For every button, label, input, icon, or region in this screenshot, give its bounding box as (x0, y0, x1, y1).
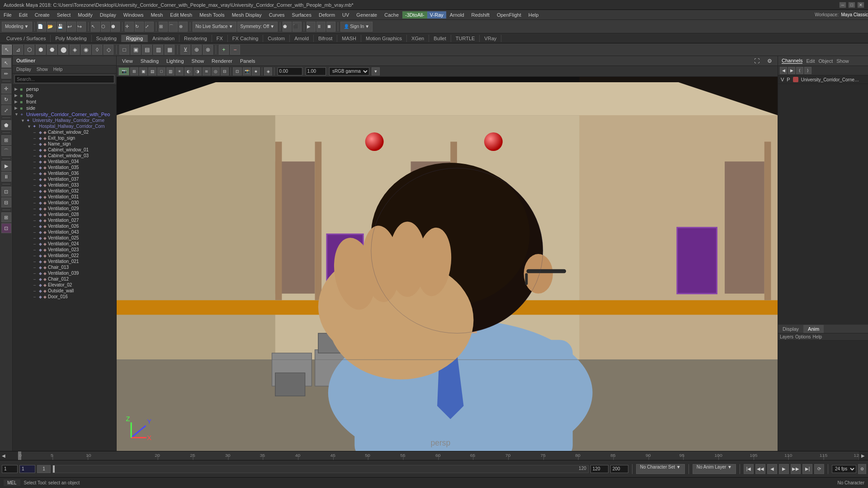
menu-windows[interactable]: Windows (120, 11, 147, 19)
menu-modify[interactable]: Modify (74, 11, 96, 19)
tab-animation[interactable]: Animation (148, 35, 179, 42)
face-select-icon[interactable]: ▤ (142, 45, 152, 55)
move-select-icon[interactable]: ⬢ (36, 45, 46, 55)
snap-icon[interactable]: ⊕ (192, 45, 202, 55)
tree-item-hallway-ref[interactable]: ▼ ✦ University_Hallway_Corridor_Corne (13, 117, 116, 123)
minus-icon[interactable]: − (230, 45, 240, 55)
left-ipr-icon[interactable]: ⏸ (1, 172, 11, 182)
channel-v-label[interactable]: V (781, 77, 784, 82)
tree-item-chair-012[interactable]: –◆◆Chair_012 (13, 276, 116, 282)
left-render-icon[interactable]: ▶ (1, 161, 11, 171)
step-forward-button[interactable]: ▶▶ (791, 464, 801, 474)
left-select-icon[interactable]: ↖ (1, 58, 11, 68)
vp-settings-button[interactable]: ⚙ (764, 57, 776, 65)
rp-icon-3[interactable]: ⟨ (796, 67, 803, 74)
mode-dropdown[interactable]: Modeling ▼ (2, 22, 32, 32)
ipr-button[interactable]: ⏸ (316, 22, 326, 32)
open-scene-button[interactable]: 📂 (47, 22, 56, 32)
tab-motion-graphics[interactable]: Motion Graphics (361, 35, 407, 42)
vp-menu-renderer[interactable]: Renderer (208, 57, 236, 65)
menu-edit[interactable]: Edit (15, 11, 31, 19)
tree-item-side[interactable]: ▶ ■ side (13, 105, 116, 111)
tree-item-ventilation-036[interactable]: –◆◆Ventilation_036 (13, 170, 116, 176)
menu-generate[interactable]: Generate (353, 11, 381, 19)
outliner-display-btn[interactable]: Display (14, 66, 33, 72)
vp-colorspace-extra[interactable]: ▼ (372, 67, 380, 75)
left-curve-snap-icon[interactable]: ⌒ (1, 146, 11, 156)
menu-deform[interactable]: Deform (315, 11, 339, 19)
menu-edit-mesh[interactable]: Edit Mesh (166, 11, 196, 19)
skin-cluster-icon[interactable]: ◉ (81, 45, 91, 55)
tree-item-chair-013[interactable]: –◆◆Chair_013 (13, 264, 116, 270)
tree-item-persp[interactable]: ▶ ■ persp (13, 86, 116, 92)
vertex-select-icon[interactable]: ▦ (165, 45, 175, 55)
anim-end-input[interactable] (590, 465, 609, 473)
save-scene-button[interactable]: 💾 (57, 22, 66, 32)
snap-grid-button[interactable]: ⊞ (159, 22, 168, 32)
viewport-canvas[interactable]: Y X Z (117, 77, 778, 451)
menu-3dtoall[interactable]: -3DtoAll- (402, 11, 427, 19)
help-layers-tab[interactable]: Help (812, 334, 822, 339)
tree-item-ventilation-024[interactable]: –◆◆Ventilation_024 (13, 241, 116, 247)
timeline-scroll-left[interactable]: ◀ (2, 453, 5, 458)
tree-item-ventilation-037[interactable]: –◆◆Ventilation_037 (13, 176, 116, 182)
tree-item-ventilation-033[interactable]: –◆◆Ventilation_033 (13, 182, 116, 188)
object-tab[interactable]: Object (818, 58, 833, 64)
redo-button[interactable]: ↪ (77, 22, 86, 32)
vp-menu-panels[interactable]: Panels (236, 57, 259, 65)
edge-select-icon[interactable]: ▥ (153, 45, 163, 55)
vp-render-cam-btn[interactable]: 📸 (243, 67, 251, 75)
tab-rendering[interactable]: Rendering (179, 35, 212, 42)
menu-arnold[interactable]: Arnold (446, 11, 468, 19)
minimize-button[interactable]: ─ (839, 2, 846, 8)
component-select-icon[interactable]: ▣ (131, 45, 141, 55)
outliner-search-input[interactable] (14, 75, 114, 83)
vp-ao-btn[interactable]: ◑ (193, 67, 202, 75)
left-display-icon[interactable]: ⊟ (1, 197, 11, 207)
tab-fx-caching[interactable]: FX Caching (228, 35, 263, 42)
vp-bookmark-btn[interactable]: ★ (252, 67, 260, 75)
ik-handle-icon[interactable]: ⬤ (58, 45, 68, 55)
tree-item-top[interactable]: ▶ ■ top (13, 92, 116, 99)
play-forward-button[interactable]: ▶ (779, 464, 789, 474)
rp-icon-4[interactable]: ⟩ (804, 67, 811, 74)
stop-render-button[interactable]: ⏹ (326, 22, 335, 32)
vp-menu-lighting[interactable]: Lighting (163, 57, 188, 65)
rp-icon-2[interactable]: ▶ (788, 67, 795, 74)
tab-rigging[interactable]: Rigging (122, 35, 148, 42)
vp-grid-btn[interactable]: ⊞ (130, 67, 138, 75)
tab-vray[interactable]: VRay (480, 35, 501, 42)
plus-icon[interactable]: + (219, 45, 229, 55)
range-start-input[interactable] (2, 465, 18, 473)
tab-xgen[interactable]: XGen (407, 35, 429, 42)
align-icon[interactable]: ⊗ (203, 45, 213, 55)
menu-mesh[interactable]: Mesh (147, 11, 166, 19)
options-tab[interactable]: Options (795, 334, 811, 339)
vp-dof-btn[interactable]: ◎ (212, 67, 220, 75)
vp-shadow-btn[interactable]: ◐ (184, 67, 193, 75)
lasso-select-icon[interactable]: ⊿ (13, 45, 23, 55)
close-button[interactable]: ✕ (857, 2, 864, 8)
rp-icon-1[interactable]: ◀ (780, 67, 787, 74)
menu-openflight[interactable]: OpenFlight (493, 11, 525, 19)
channels-tab[interactable]: Channels (782, 58, 802, 64)
anim-display-tab[interactable]: Display (778, 325, 803, 333)
anim-anim-tab[interactable]: Anim (803, 325, 824, 333)
timeline-scrub-bar[interactable]: 120 (52, 465, 589, 473)
vp-exposure-input[interactable] (306, 67, 326, 75)
tree-item-front[interactable]: ▶ ■ front (13, 99, 116, 105)
left-show-manipulators-icon[interactable]: ⊡ (1, 187, 11, 197)
joint-tool-icon[interactable]: ⬣ (47, 45, 57, 55)
tree-item-ventilation-035[interactable]: –◆◆Ventilation_035 (13, 164, 116, 170)
show-tab[interactable]: Show (836, 58, 849, 64)
no-live-surface-button[interactable]: No Live Surface ▼ (193, 22, 236, 32)
vp-isolate-btn[interactable]: ⊡ (233, 67, 242, 75)
tree-item-outside-wall[interactable]: –◆◆Outside_wall (13, 288, 116, 294)
tree-item-hospital[interactable]: ▼ ✦ Hospital_Hallway_Corridor_Corn (13, 123, 116, 129)
tree-item-ventilation-043[interactable]: –◆◆Ventilation_043 (13, 229, 116, 235)
vp-light-btn[interactable]: ☀ (175, 67, 184, 75)
tree-item-name-sign[interactable]: –◆◆Name_sign (13, 141, 116, 147)
vp-sel-mask-btn[interactable]: ◈ (264, 67, 272, 75)
tree-item-ventilation-030[interactable]: –◆◆Ventilation_030 (13, 200, 116, 206)
script-mode-indicator[interactable]: MEL (4, 479, 20, 486)
